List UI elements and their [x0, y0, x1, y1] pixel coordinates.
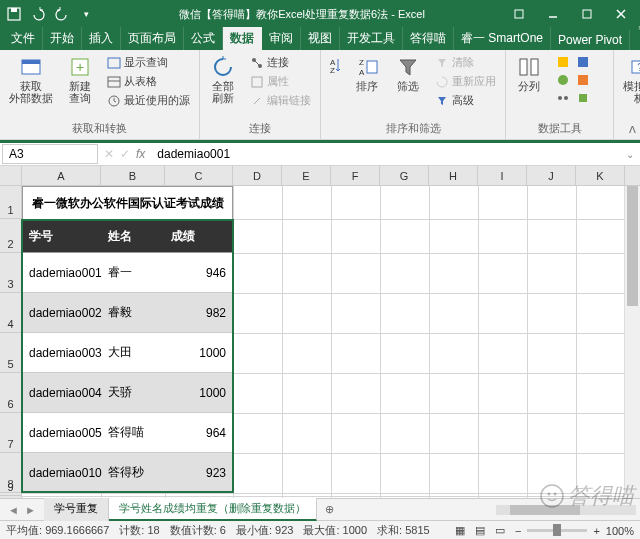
status-sum: 求和: 5815	[377, 523, 430, 538]
sort-az-button[interactable]: AZ	[325, 52, 345, 90]
tab-开始[interactable]: 开始	[43, 27, 82, 50]
tab-睿一 SmartOne[interactable]: 睿一 SmartOne	[454, 27, 551, 50]
col-header[interactable]: F	[331, 166, 380, 185]
advanced-filter-button[interactable]: 高级	[433, 92, 498, 109]
table-row[interactable]: dademiao002睿毅982	[22, 293, 233, 333]
svg-rect-27	[578, 57, 588, 67]
group-label: 排序和筛选	[325, 120, 501, 139]
sheet-tab[interactable]: 学号重复	[44, 498, 109, 521]
row-header[interactable]: 4	[0, 293, 22, 333]
new-query-button[interactable]: + 新建 查询	[61, 52, 99, 107]
tab-答得喵[interactable]: 答得喵	[403, 27, 454, 50]
recent-sources-button[interactable]: 最近使用的源	[105, 92, 192, 109]
svg-rect-39	[510, 505, 580, 515]
show-queries-button[interactable]: 显示查询	[105, 54, 192, 71]
refresh-all-button[interactable]: 全部刷新	[204, 52, 242, 107]
zoom-slider[interactable]	[527, 529, 587, 532]
save-icon[interactable]	[6, 6, 22, 22]
svg-rect-23	[367, 61, 377, 73]
col-header[interactable]: J	[527, 166, 576, 185]
col-header[interactable]: E	[282, 166, 331, 185]
next-sheet-icon[interactable]: ►	[25, 504, 36, 516]
table-row[interactable]: dademiao005答得喵964	[22, 413, 233, 453]
ribbon-options-icon[interactable]	[504, 4, 534, 24]
svg-rect-1	[11, 8, 17, 12]
relationships-button[interactable]	[554, 90, 572, 106]
row-header[interactable]: 6	[0, 373, 22, 413]
tab-文件[interactable]: 文件	[4, 27, 43, 50]
row-header[interactable]: 5	[0, 333, 22, 373]
view-pagebreak-icon[interactable]: ▭	[495, 524, 505, 537]
col-header[interactable]: G	[380, 166, 429, 185]
maximize-icon[interactable]	[572, 4, 602, 24]
clear-filter-button[interactable]: 清除	[433, 54, 498, 71]
tell-me-search[interactable]: ♀告诉我	[636, 5, 640, 50]
text-to-columns-button[interactable]: 分列	[510, 52, 548, 95]
tab-页面布局[interactable]: 页面布局	[121, 27, 184, 50]
formula-input[interactable]	[151, 145, 620, 163]
row-header[interactable]: 7	[0, 413, 22, 453]
cancel-formula-icon[interactable]: ✕	[104, 147, 114, 161]
collapse-ribbon-icon[interactable]: ᐱ	[629, 124, 636, 135]
tab-Power Pivot[interactable]: Power Pivot	[551, 30, 630, 50]
table-row[interactable]: dademiao004天骄1000	[22, 373, 233, 413]
edit-links-button[interactable]: 编辑链接	[248, 92, 313, 109]
close-icon[interactable]	[606, 4, 636, 24]
get-external-data-button[interactable]: 获取 外部数据	[4, 52, 58, 107]
col-header[interactable]: I	[478, 166, 527, 185]
table-row[interactable]: dademiao010答得秒923	[22, 453, 233, 493]
name-box[interactable]	[2, 144, 98, 164]
add-sheet-button[interactable]: ⊕	[317, 503, 342, 516]
col-header[interactable]: A	[22, 166, 101, 185]
row-header[interactable]: 2	[0, 219, 22, 253]
sheet-tab[interactable]: 学号姓名成绩均重复（删除重复数据）	[109, 498, 317, 521]
svg-rect-18	[252, 77, 262, 87]
undo-icon[interactable]	[30, 6, 46, 22]
row-header[interactable]: 3	[0, 253, 22, 293]
expand-formula-icon[interactable]: ⌄	[620, 149, 640, 160]
reapply-button[interactable]: 重新应用	[433, 73, 498, 90]
svg-text:Z: Z	[359, 58, 364, 67]
row-header[interactable]: 10	[0, 496, 22, 498]
col-header[interactable]: B	[101, 166, 165, 185]
svg-rect-12	[108, 77, 120, 87]
fx-button[interactable]: fx	[136, 147, 145, 161]
properties-button[interactable]: 属性	[248, 73, 313, 90]
col-header[interactable]: H	[429, 166, 478, 185]
accept-formula-icon[interactable]: ✓	[120, 147, 130, 161]
tab-插入[interactable]: 插入	[82, 27, 121, 50]
minimize-icon[interactable]	[538, 4, 568, 24]
tab-公式[interactable]: 公式	[184, 27, 223, 50]
zoom-in-button[interactable]: +	[593, 525, 599, 537]
col-header[interactable]: K	[576, 166, 625, 185]
table-row[interactable]: dademiao003大田1000	[22, 333, 233, 373]
table-row[interactable]: dademiao001睿一946	[22, 253, 233, 293]
prev-sheet-icon[interactable]: ◄	[8, 504, 19, 516]
data-validation-button[interactable]	[554, 72, 572, 88]
tab-数据[interactable]: 数据	[223, 27, 262, 50]
row-header[interactable]: 1	[0, 186, 22, 219]
view-layout-icon[interactable]: ▤	[475, 524, 485, 537]
tab-审阅[interactable]: 审阅	[262, 27, 301, 50]
horizontal-scrollbar[interactable]	[342, 503, 640, 517]
flash-fill-button[interactable]	[554, 54, 572, 70]
remove-duplicates-button[interactable]	[574, 54, 592, 70]
data-model-button[interactable]	[574, 90, 592, 106]
zoom-level[interactable]: 100%	[606, 525, 634, 537]
select-all-corner[interactable]	[0, 166, 22, 185]
from-table-button[interactable]: 从表格	[105, 73, 192, 90]
sort-button[interactable]: ZA 排序	[348, 52, 386, 95]
redo-icon[interactable]	[54, 6, 70, 22]
connections-button[interactable]: 连接	[248, 54, 313, 71]
tab-开发工具[interactable]: 开发工具	[340, 27, 403, 50]
zoom-out-button[interactable]: −	[515, 525, 521, 537]
consolidate-button[interactable]	[574, 72, 592, 88]
vertical-scrollbar[interactable]	[624, 186, 640, 498]
view-normal-icon[interactable]: ▦	[455, 524, 465, 537]
tab-视图[interactable]: 视图	[301, 27, 340, 50]
qat-dropdown-icon[interactable]: ▾	[78, 6, 94, 22]
whatif-button[interactable]: ? 模拟分析	[618, 52, 640, 107]
col-header[interactable]: D	[233, 166, 282, 185]
filter-button[interactable]: 筛选	[389, 52, 427, 95]
col-header[interactable]: C	[165, 166, 233, 185]
